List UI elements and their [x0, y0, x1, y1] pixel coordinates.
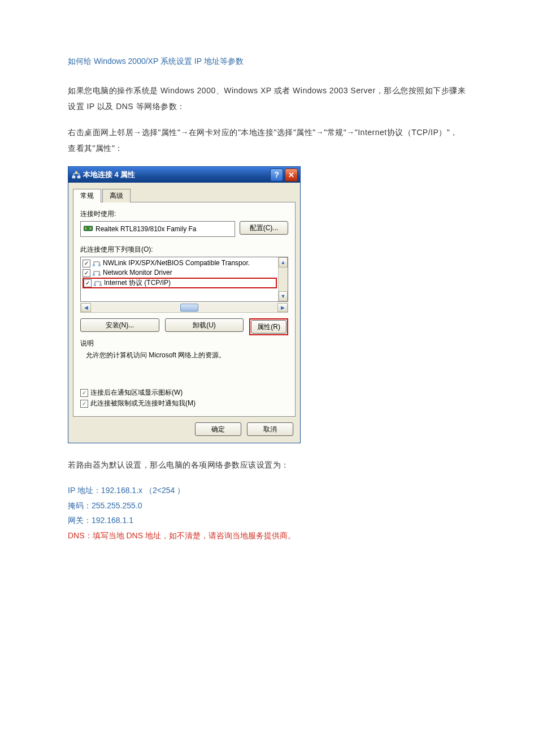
param-gw: 网关：192.168.1.1 — [68, 513, 466, 528]
protocol-icon — [93, 260, 101, 267]
properties-dialog: 本地连接 4 属性 ? ✕ 常规 高级 连接时使用: Real — [68, 166, 301, 443]
help-button[interactable]: ? — [270, 169, 283, 182]
list-item-label: Internet 协议 (TCP/IP) — [104, 278, 171, 288]
checkbox-icon[interactable]: ✓ — [83, 269, 90, 277]
dialog-body: 常规 高级 连接时使用: Realtek RTL8139/810x Family… — [68, 183, 300, 443]
checkbox-icon[interactable]: ✓ — [83, 260, 90, 267]
paragraph-intro: 如果您电脑的操作系统是 Windows 2000、Windows XP 或者 W… — [68, 83, 466, 114]
protocol-icon — [93, 270, 101, 277]
connect-using-label: 连接时使用: — [80, 209, 288, 219]
dialog-title: 本地连接 4 属性 — [72, 170, 135, 180]
dialog-footer: 确定 取消 — [73, 417, 296, 437]
list-item-label: Network Monitor Driver — [103, 268, 172, 278]
description-text: 允许您的计算机访问 Microsoft 网络上的资源。 — [80, 349, 288, 387]
list-item-tcpip[interactable]: ✓ Internet 协议 (TCP/IP) — [83, 278, 277, 288]
scroll-track[interactable] — [91, 303, 277, 312]
horizontal-scrollbar[interactable]: ◀ ▶ — [80, 303, 288, 313]
list-item[interactable]: ✓ Network Monitor Driver — [83, 268, 277, 278]
protocol-icon — [94, 280, 102, 287]
checkbox-icon[interactable]: ✓ — [80, 389, 88, 397]
dialog-title-text: 本地连接 4 属性 — [83, 170, 135, 180]
svg-rect-9 — [98, 274, 101, 276]
tab-general[interactable]: 常规 — [73, 189, 101, 202]
titlebar-buttons: ? ✕ — [270, 169, 298, 182]
list-item[interactable]: ✓ NWLink IPX/SPX/NetBIOS Compatible Tran… — [83, 258, 277, 268]
install-button[interactable]: 安装(N)... — [80, 318, 159, 332]
properties-button[interactable]: 属性(R) — [251, 320, 286, 334]
adapter-row: Realtek RTL8139/810x Family Fa 配置(C)... — [80, 221, 288, 237]
dialog-titlebar[interactable]: 本地连接 4 属性 ? ✕ — [68, 167, 300, 183]
checkbox-label: 此连接被限制或无连接时通知我(M) — [90, 399, 196, 408]
vertical-scrollbar[interactable]: ▲ ▼ — [278, 257, 288, 301]
svg-rect-6 — [93, 264, 95, 266]
show-icon-checkbox[interactable]: ✓ 连接后在通知区域显示图标(W) — [80, 388, 288, 398]
items-listbox[interactable]: ✓ NWLink IPX/SPX/NetBIOS Compatible Tran… — [80, 257, 288, 302]
connection-icon — [72, 170, 81, 179]
configure-button[interactable]: 配置(C)... — [240, 221, 288, 235]
items-label: 此连接使用下列项目(O): — [80, 245, 288, 254]
svg-rect-0 — [72, 176, 75, 178]
description-label: 说明 — [80, 339, 288, 348]
checkbox-icon[interactable]: ✓ — [84, 279, 92, 287]
cancel-button[interactable]: 取消 — [247, 422, 293, 436]
param-mask: 掩码：255.255.255.0 — [68, 498, 466, 513]
scroll-right-icon[interactable]: ▶ — [277, 303, 288, 312]
close-button[interactable]: ✕ — [285, 169, 298, 182]
svg-rect-4 — [85, 227, 86, 230]
svg-rect-5 — [89, 227, 92, 230]
ok-button[interactable]: 确定 — [195, 422, 241, 436]
param-dns: DNS：填写当地 DNS 地址，如不清楚，请咨询当地服务提供商。 — [68, 528, 466, 543]
svg-rect-1 — [77, 176, 80, 178]
notify-limited-checkbox[interactable]: ✓ 此连接被限制或无连接时通知我(M) — [80, 399, 288, 408]
svg-rect-7 — [98, 264, 101, 266]
paragraph-steps: 右击桌面网上邻居→选择"属性"→在网卡对应的"本地连接"选择"属性"→"常规"→… — [68, 124, 466, 156]
list-item-label: NWLink IPX/SPX/NetBIOS Compatible Transp… — [103, 258, 250, 268]
scroll-left-icon[interactable]: ◀ — [81, 303, 91, 312]
scroll-down-icon[interactable]: ▼ — [279, 291, 288, 301]
properties-highlight: 属性(R) — [249, 318, 288, 335]
checkbox-icon[interactable]: ✓ — [80, 400, 88, 408]
document-page: 如何给 Windows 2000/XP 系统设置 IP 地址等参数 如果您电脑的… — [0, 0, 534, 756]
svg-rect-8 — [93, 274, 95, 276]
tab-advanced[interactable]: 高级 — [102, 189, 131, 202]
nic-icon — [84, 224, 93, 234]
svg-point-2 — [75, 171, 77, 174]
param-ip: IP 地址：192.168.1.x （2<254 ） — [68, 483, 466, 498]
article-heading: 如何给 Windows 2000/XP 系统设置 IP 地址等参数 — [68, 57, 466, 67]
adapter-field: Realtek RTL8139/810x Family Fa — [80, 221, 235, 237]
tab-strip: 常规 高级 — [73, 188, 296, 202]
checkbox-label: 连接后在通知区域显示图标(W) — [90, 388, 183, 398]
svg-rect-10 — [94, 284, 96, 286]
scroll-up-icon[interactable]: ▲ — [279, 257, 288, 267]
svg-rect-11 — [99, 284, 102, 286]
item-buttons-row: 安装(N)... 卸载(U) 属性(R) — [80, 318, 288, 335]
scroll-thumb[interactable] — [180, 304, 198, 312]
uninstall-button[interactable]: 卸载(U) — [165, 318, 244, 332]
paragraph-params-intro: 若路由器为默认设置，那么电脑的各项网络参数应该设置为： — [68, 457, 466, 473]
items-inner: ✓ NWLink IPX/SPX/NetBIOS Compatible Tran… — [81, 257, 279, 301]
adapter-name: Realtek RTL8139/810x Family Fa — [95, 225, 197, 233]
tab-panel-general: 连接时使用: Realtek RTL8139/810x Family Fa 配置… — [73, 202, 296, 417]
